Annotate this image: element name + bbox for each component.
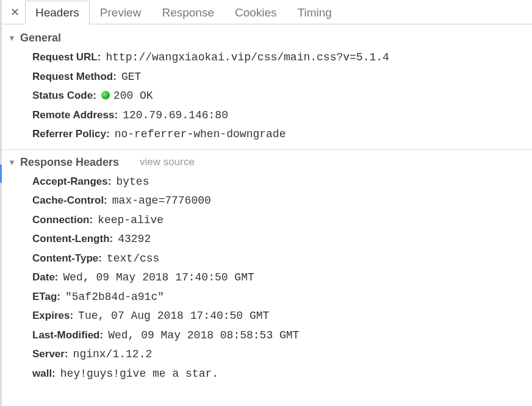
- label-request-method: Request Method:: [32, 68, 117, 86]
- close-panel-button[interactable]: ✕: [4, 0, 25, 24]
- tab-timing-label: Timing: [298, 6, 332, 20]
- selection-edge-marker: [0, 165, 2, 183]
- value-last-modified: Wed, 09 May 2018 08:58:53 GMT: [108, 326, 299, 346]
- label-connection: Connection:: [32, 211, 93, 229]
- disclosure-triangle-icon: ▼: [8, 158, 16, 167]
- label-content-length: Content-Length:: [32, 230, 113, 248]
- headers-content[interactable]: ▼ General Request URL: http://wangxiaoka…: [2, 24, 532, 406]
- row-last-modified: Last-Modified: Wed, 09 May 2018 08:58:53…: [32, 326, 526, 346]
- tab-response[interactable]: Response: [151, 1, 225, 24]
- value-status-code: 200 OK: [101, 87, 153, 106]
- label-last-modified: Last-Modified:: [32, 326, 103, 344]
- row-server: Server: nginx/1.12.2: [32, 345, 526, 365]
- row-status-code: Status Code: 200 OK: [32, 87, 526, 106]
- label-content-type: Content-Type:: [32, 249, 102, 268]
- value-date: Wed, 09 May 2018 17:40:50 GMT: [63, 268, 254, 288]
- row-request-url: Request URL: http://wangxiaokai.vip/css/…: [32, 48, 526, 68]
- tab-headers[interactable]: Headers: [25, 1, 90, 24]
- section-general-toggle[interactable]: ▼ General: [8, 32, 526, 45]
- row-referrer-policy: Referrer Policy: no-referrer-when-downgr…: [32, 125, 526, 144]
- row-remote-address: Remote Address: 120.79.69.146:80: [32, 106, 526, 126]
- value-expires: Tue, 07 Aug 2018 17:40:50 GMT: [78, 307, 269, 326]
- tab-headers-label: Headers: [35, 6, 79, 20]
- value-referrer-policy: no-referrer-when-downgrade: [115, 125, 286, 144]
- section-general: ▼ General Request URL: http://wangxiaoka…: [2, 29, 532, 149]
- close-icon: ✕: [10, 5, 20, 19]
- label-server: Server:: [32, 345, 68, 363]
- value-wall: hey!guys!give me a star.: [60, 365, 218, 384]
- label-accept-ranges: Accept-Ranges:: [32, 173, 111, 191]
- label-remote-address: Remote Address:: [32, 106, 118, 124]
- label-cache-control: Cache-Control:: [32, 191, 107, 210]
- tab-response-label: Response: [162, 6, 214, 20]
- row-expires: Expires: Tue, 07 Aug 2018 17:40:50 GMT: [32, 307, 526, 326]
- label-wall: wall:: [32, 365, 56, 383]
- row-content-type: Content-Type: text/css: [32, 249, 526, 269]
- tab-preview[interactable]: Preview: [90, 1, 152, 24]
- label-status-code: Status Code:: [32, 87, 96, 105]
- label-expires: Expires:: [32, 307, 73, 325]
- tab-cookies[interactable]: Cookies: [225, 1, 287, 24]
- row-wall: wall: hey!guys!give me a star.: [32, 365, 526, 384]
- label-date: Date:: [32, 268, 59, 287]
- label-request-url: Request URL:: [32, 48, 101, 66]
- disclosure-triangle-icon: ▼: [8, 34, 16, 43]
- row-request-method: Request Method: GET: [32, 68, 526, 87]
- value-content-type: text/css: [107, 249, 159, 269]
- value-server: nginx/1.12.2: [73, 345, 153, 365]
- value-accept-ranges: bytes: [116, 173, 149, 192]
- section-general-title: General: [20, 32, 61, 45]
- value-connection: keep-alive: [98, 211, 164, 230]
- status-dot-icon: [101, 91, 110, 99]
- section-response-headers-title: Response Headers: [20, 156, 119, 169]
- tab-bar: ✕ Headers Preview Response Cookies Timin…: [2, 0, 532, 24]
- row-connection: Connection: keep-alive: [32, 211, 526, 230]
- section-response-headers: ▼ Response Headers view source Accept-Ra…: [2, 149, 532, 389]
- row-date: Date: Wed, 09 May 2018 17:40:50 GMT: [32, 268, 526, 288]
- general-list: Request URL: http://wangxiaokai.vip/css/…: [8, 48, 526, 144]
- value-content-length: 43292: [118, 230, 151, 249]
- response-headers-list: Accept-Ranges: bytes Cache-Control: max-…: [8, 173, 526, 384]
- row-accept-ranges: Accept-Ranges: bytes: [32, 173, 526, 192]
- value-remote-address: 120.79.69.146:80: [123, 106, 228, 126]
- tab-preview-label: Preview: [100, 6, 142, 20]
- view-source-link[interactable]: view source: [140, 156, 195, 168]
- tab-timing[interactable]: Timing: [287, 1, 342, 24]
- label-referrer-policy: Referrer Policy:: [32, 125, 110, 143]
- label-etag: ETag:: [32, 288, 60, 306]
- value-request-url: http://wangxiaokai.vip/css/main.css?v=5.…: [106, 48, 389, 68]
- row-cache-control: Cache-Control: max-age=7776000: [32, 191, 526, 211]
- row-content-length: Content-Length: 43292: [32, 230, 526, 249]
- value-etag: "5af2b84d-a91c": [65, 288, 164, 307]
- network-details-panel: ✕ Headers Preview Response Cookies Timin…: [0, 0, 532, 406]
- row-etag: ETag: "5af2b84d-a91c": [32, 288, 526, 307]
- section-response-headers-toggle[interactable]: ▼ Response Headers view source: [8, 156, 526, 169]
- value-cache-control: max-age=7776000: [112, 191, 211, 211]
- value-request-method: GET: [121, 68, 141, 87]
- tab-cookies-label: Cookies: [235, 6, 277, 20]
- value-status-code-text: 200 OK: [113, 90, 153, 102]
